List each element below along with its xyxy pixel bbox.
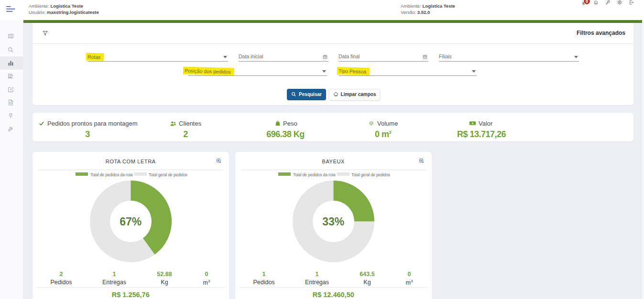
svg-text:0: 0 (472, 122, 473, 124)
svg-text:0: 0 (586, 0, 588, 4)
